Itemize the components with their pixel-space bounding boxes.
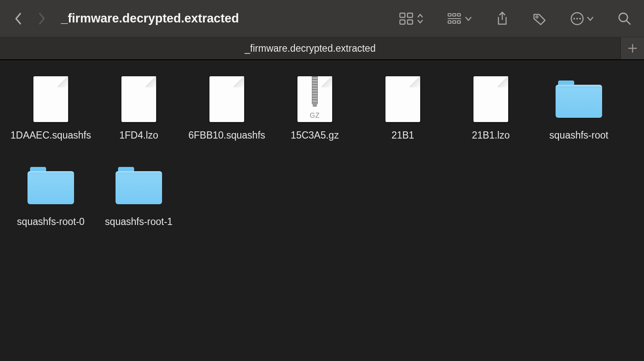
svg-rect-2 [400,20,405,24]
file-name: squashfs-root-1 [105,216,173,228]
tags-button[interactable] [532,12,547,25]
window-title: _firmware.decrypted.extracted [61,11,239,25]
file-name: squashfs-root-0 [17,216,85,228]
svg-rect-0 [400,13,405,17]
search-button[interactable] [618,12,631,25]
file-item[interactable]: 1DAAEC.squashfs [7,74,95,141]
share-icon [496,11,509,26]
file-name: 15C3A5.gz [291,130,339,141]
share-button[interactable] [496,11,509,26]
file-name: 21B1 [391,130,414,141]
view-icon-button[interactable] [399,12,424,25]
svg-rect-9 [453,21,456,23]
chevron-down-icon [465,16,472,22]
more-button[interactable] [570,12,594,25]
icon-grid: 1DAAEC.squashfs1FD4.lzo6FBB10.squashfsGZ… [7,74,637,247]
file-item[interactable]: GZ15C3A5.gz [271,74,359,141]
folder-icon [553,74,604,125]
file-icon: GZ [289,74,340,125]
file-name: 1FD4.lzo [119,130,158,141]
file-item[interactable]: squashfs-root [535,74,623,141]
svg-rect-1 [407,13,413,17]
file-icon [377,74,428,125]
svg-rect-8 [448,21,451,23]
svg-rect-3 [407,20,413,24]
plus-icon [627,43,638,53]
nav-buttons [14,12,46,25]
more-icon [570,12,584,25]
svg-line-17 [627,21,630,24]
forward-button[interactable] [37,12,46,25]
file-name: 6FBB10.squashfs [188,130,265,141]
file-item[interactable]: 1FD4.lzo [95,74,183,141]
chevron-left-icon [14,12,23,25]
tag-icon [532,12,547,25]
folder-icon [25,160,76,211]
updown-icon [416,12,424,25]
svg-rect-10 [457,21,460,23]
file-item[interactable]: 6FBB10.squashfs [183,74,271,141]
file-name: 1DAAEC.squashfs [11,130,91,141]
file-item[interactable]: squashfs-root-0 [7,160,95,228]
search-icon [618,12,631,25]
chevron-right-icon [37,12,46,25]
tab-label: _firmware.decrypted.extracted [245,43,375,54]
svg-point-11 [536,16,538,18]
svg-point-15 [579,18,581,19]
file-item[interactable]: 21B1.lzo [447,74,535,141]
tab-current[interactable]: _firmware.decrypted.extracted [0,37,620,59]
file-icon [465,74,516,125]
svg-point-13 [573,18,575,19]
add-tab-button[interactable] [620,37,644,59]
tab-bar: _firmware.decrypted.extracted [0,37,644,60]
toolbar-actions [399,11,631,26]
folder-icon [113,160,164,211]
svg-rect-5 [453,14,456,16]
file-icon [113,74,164,125]
svg-point-16 [619,13,627,22]
file-item[interactable]: 21B1 [359,74,447,141]
svg-rect-4 [448,14,451,16]
svg-rect-6 [457,14,460,16]
file-browser-content: 1DAAEC.squashfs1FD4.lzo6FBB10.squashfsGZ… [0,60,644,361]
toolbar: _firmware.decrypted.extracted [0,0,644,37]
file-icon [25,74,76,125]
gz-badge: GZ [297,112,332,119]
grid-icon [399,12,414,25]
back-button[interactable] [14,12,23,25]
group-icon [448,12,462,25]
file-item[interactable]: squashfs-root-1 [95,160,183,228]
file-icon [201,74,252,125]
chevron-down-icon [586,16,594,22]
file-name: 21B1.lzo [472,130,510,141]
file-name: squashfs-root [549,130,608,141]
group-button[interactable] [448,12,472,25]
svg-point-14 [576,18,578,19]
